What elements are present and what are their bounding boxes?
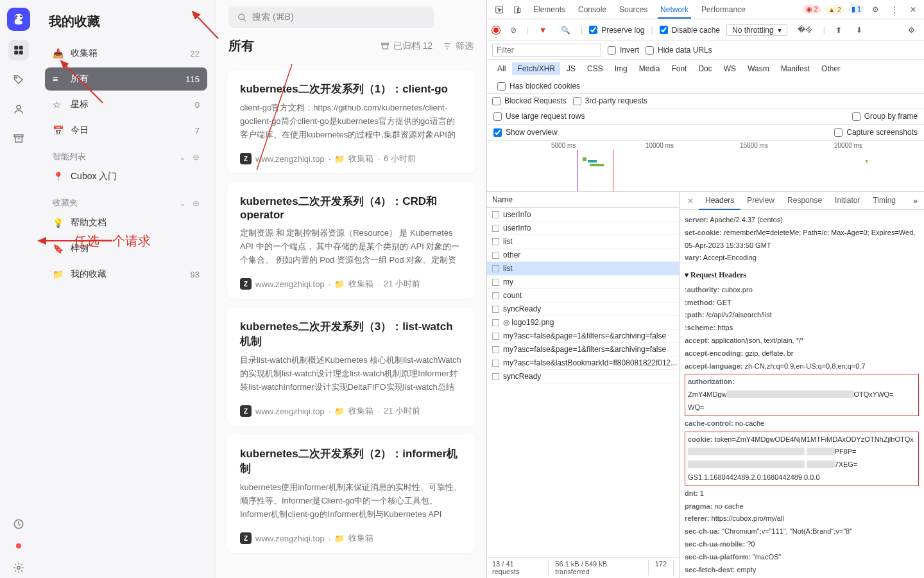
type-filter-chip[interactable]: JS [561, 62, 581, 75]
type-filter-chip[interactable]: Other [816, 62, 846, 75]
sidebar-item[interactable]: ≡所有115 [45, 67, 207, 91]
rail-settings-icon[interactable] [8, 557, 29, 578]
type-filter-chip[interactable]: Font [666, 62, 692, 75]
record-button[interactable] [492, 26, 500, 34]
devtools-tab[interactable]: Sources [613, 1, 654, 18]
show-overview-checkbox[interactable]: Show overview [493, 128, 558, 137]
app-logo[interactable] [7, 8, 30, 31]
request-row[interactable]: ◎ logo192.png [487, 316, 679, 329]
blocked-requests-checkbox[interactable]: Blocked Requests [492, 96, 567, 105]
request-checkbox[interactable] [492, 360, 499, 367]
search-input[interactable]: 搜索 (⌘B) [228, 6, 434, 28]
type-filter-chip[interactable]: Media [634, 62, 665, 75]
rail-person-icon[interactable] [8, 99, 29, 119]
request-checkbox[interactable] [492, 211, 499, 218]
detail-tab[interactable]: Preview [740, 192, 781, 209]
section-smart-lists[interactable]: 智能列表 ⌄⊕ [45, 144, 207, 165]
preserve-log-checkbox[interactable]: Preserve log [589, 26, 644, 35]
more-icon[interactable]: ⋮ [887, 3, 902, 17]
search-icon[interactable]: 🔍 [557, 23, 574, 37]
request-row[interactable]: other [487, 249, 679, 262]
hide-urls-checkbox[interactable]: Hide data URLs [646, 46, 712, 55]
request-row[interactable]: my?asc=false&page=1&filters=&archiving=f… [487, 343, 679, 356]
group-frame-checkbox[interactable]: Group by frame [852, 112, 918, 121]
type-filter-chip[interactable]: Wasm [742, 62, 774, 75]
request-checkbox[interactable] [492, 265, 499, 272]
request-row[interactable]: userInfo [487, 208, 679, 222]
large-rows-checkbox[interactable]: Use large request rows [493, 112, 585, 121]
type-filter-chip[interactable]: Manifest [776, 62, 815, 75]
devtools-tab[interactable]: Console [572, 1, 613, 18]
request-row[interactable]: syncReady [487, 302, 679, 316]
type-filter-chip[interactable]: All [492, 62, 511, 75]
request-row[interactable]: my?asc=false&page=1&filters=&archiving=f… [487, 329, 679, 343]
upload-icon[interactable]: ⬆ [832, 23, 846, 37]
devtools-tab[interactable]: Elements [527, 1, 572, 18]
rail-history-icon[interactable] [8, 514, 29, 534]
archive-info[interactable]: 已归档 12 [381, 40, 432, 52]
request-checkbox[interactable] [492, 238, 499, 245]
capture-ss-checkbox[interactable]: Capture screenshots [834, 128, 918, 137]
devtools-tab[interactable]: Network [654, 1, 695, 18]
request-checkbox[interactable] [492, 346, 499, 353]
throttle-select[interactable]: No throttling ▾ [726, 24, 787, 36]
request-checkbox[interactable] [492, 252, 499, 259]
detail-tab[interactable]: Initiator [828, 192, 866, 209]
filter-button[interactable]: 筛选 [443, 40, 474, 52]
type-filter-chip[interactable]: Doc [693, 62, 717, 75]
wifi-icon[interactable]: �令 [794, 22, 817, 38]
plus-icon[interactable]: ⊕ [193, 198, 200, 208]
invert-checkbox[interactable]: Invert [608, 46, 639, 55]
request-checkbox[interactable] [492, 373, 499, 380]
rail-tag-icon[interactable] [8, 69, 29, 90]
detail-tab[interactable]: Timing [866, 192, 902, 209]
filter-toggle-icon[interactable]: ▼ [535, 23, 551, 37]
request-checkbox[interactable] [492, 333, 499, 340]
sidebar-item[interactable]: 📅今日7 [45, 119, 207, 142]
sidebar-item[interactable]: 📥收集箱22 [45, 42, 207, 65]
sidebar-item[interactable]: 📍Cubox 入门 [45, 165, 207, 188]
plus-icon[interactable]: ⊕ [193, 152, 200, 162]
warning-badge[interactable]: ▲ 2 [825, 5, 844, 14]
detail-tab[interactable]: Headers [699, 192, 740, 210]
article-card[interactable]: kubernetes二次开发系列（3）：list-watch机制 目录list-… [227, 308, 475, 426]
more-icon[interactable]: » [909, 193, 921, 209]
request-row[interactable]: count [487, 289, 679, 302]
request-checkbox[interactable] [492, 306, 499, 313]
disable-cache-checkbox[interactable]: Disable cache [660, 26, 720, 35]
error-badge[interactable]: ◉ 2 [803, 4, 821, 14]
request-row[interactable]: my [487, 276, 679, 289]
rail-archive-icon[interactable] [8, 128, 29, 149]
request-headers-section[interactable]: ▾ Request Headers [685, 268, 919, 283]
device-icon[interactable] [509, 3, 526, 17]
article-card[interactable]: kubernetes二次开发系列（2）：informer机制 kubernete… [227, 435, 475, 553]
request-checkbox[interactable] [492, 319, 499, 326]
info-badge[interactable]: ▮ 1 [848, 4, 864, 14]
close-icon[interactable]: ✕ [906, 3, 920, 17]
devtools-tab[interactable]: Performance [695, 1, 752, 18]
request-checkbox[interactable] [492, 292, 499, 299]
sidebar-item[interactable]: 📁我的收藏93 [45, 263, 207, 286]
article-card[interactable]: kubernetes二次开发系列（4）：CRD和operator 定制资源 和 … [227, 182, 475, 299]
section-folders[interactable]: 收藏夹 ⌄⊕ [45, 191, 207, 211]
detail-tab[interactable]: Response [781, 192, 828, 209]
inspect-icon[interactable] [491, 3, 508, 17]
clear-icon[interactable]: ⊘ [506, 23, 520, 37]
network-timeline[interactable]: 5000 ms10000 ms15000 ms20000 ms [487, 141, 924, 192]
chevron-down-icon[interactable]: ⌄ [179, 152, 186, 162]
request-row[interactable]: my?asc=false&lastBookmarkId=ff808081822f… [487, 356, 679, 370]
name-column-header[interactable]: Name [487, 192, 679, 208]
request-row[interactable]: list [487, 235, 679, 249]
close-detail-icon[interactable]: ✕ [682, 194, 699, 208]
type-filter-chip[interactable]: CSS [582, 62, 608, 75]
request-row[interactable]: userInfo [487, 222, 679, 235]
chevron-down-icon[interactable]: ⌄ [179, 198, 186, 208]
gear-icon[interactable]: ⚙ [904, 23, 919, 37]
request-checkbox[interactable] [492, 279, 499, 286]
type-filter-chip[interactable]: WS [719, 62, 741, 75]
filter-input[interactable] [492, 44, 601, 57]
third-party-checkbox[interactable]: 3rd-party requests [573, 96, 647, 105]
download-icon[interactable]: ⬇ [852, 23, 866, 37]
article-card[interactable]: kubernetes二次开发系列（1）：client-go client-go官… [227, 70, 475, 173]
sidebar-item[interactable]: 💡帮助文档 [45, 211, 207, 234]
